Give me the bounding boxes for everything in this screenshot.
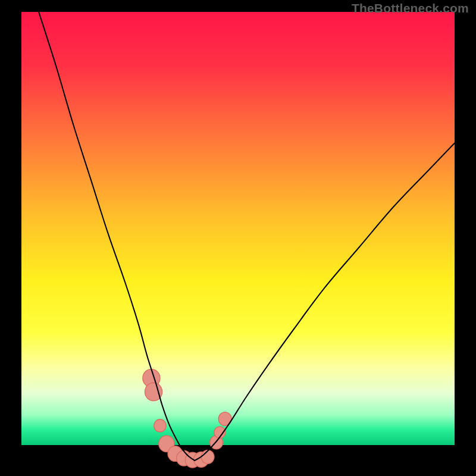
- marker-point: [154, 419, 166, 432]
- watermark-text: TheBottleneck.com: [352, 1, 469, 15]
- left-curve: [39, 12, 195, 461]
- right-curve: [195, 143, 455, 461]
- chart-frame: TheBottleneck.com: [0, 0, 476, 476]
- marker-point: [201, 450, 214, 464]
- plot-area: [21, 12, 455, 464]
- curve-layer: [21, 12, 455, 464]
